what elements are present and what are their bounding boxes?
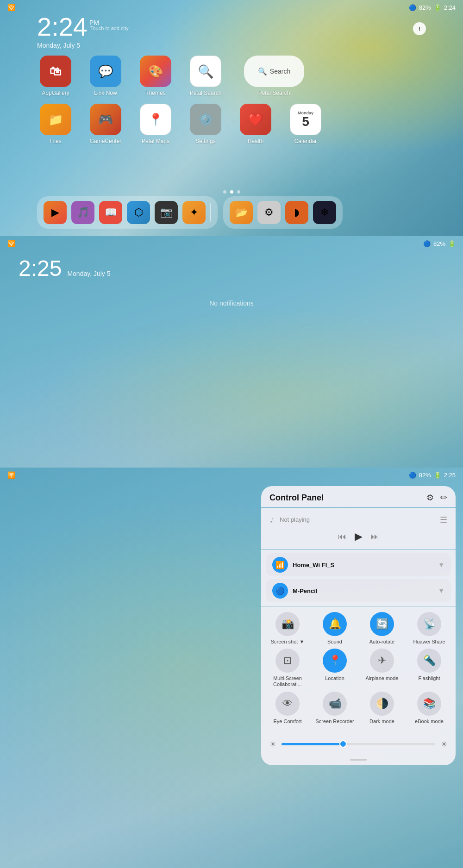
app-calendar[interactable]: Monday 5 Calendar	[287, 104, 324, 144]
app-themes[interactable]: 🎨 Themes	[137, 56, 174, 96]
files-icon: 📁	[40, 104, 71, 135]
linknow-label: Link Now	[94, 90, 117, 96]
dock-app-music[interactable]: 🎵	[71, 201, 94, 224]
darkmode-label: Dark mode	[369, 718, 394, 724]
cp-bt-row[interactable]: 🔵 M-Pencil ▼	[266, 579, 451, 602]
media-list-icon[interactable]: ☰	[440, 515, 447, 525]
wifi-conn-text: Home_Wi FI_S	[293, 562, 433, 568]
toggle-eyecomfort[interactable]: 👁 Eye Comfort	[268, 692, 307, 724]
notification-icon[interactable]: !	[413, 22, 426, 35]
app-appgallery[interactable]: 🛍 AppGallery	[37, 56, 74, 96]
cp-header: Control Panel ⚙ ✏	[261, 486, 456, 507]
cp-wifi-row[interactable]: 📶 Home_Wi FI_S ▼	[266, 553, 451, 576]
toggle-ebookmode[interactable]: 📚 eBook mode	[409, 692, 449, 724]
media-play-btn[interactable]: ▶	[355, 531, 363, 543]
notif-battery: 82%	[433, 240, 445, 247]
home-screen: 🛜 🔵 82% 🔋 2:24 2:24 PM Touch to add city…	[0, 0, 463, 236]
app-linknow[interactable]: 💬 Link Now	[87, 56, 124, 96]
toggle-flashlight[interactable]: 🔦 Flashlight	[409, 649, 449, 687]
toggle-darkmode[interactable]: 🌗 Dark mode	[362, 692, 402, 724]
calendar-label: Calendar	[294, 138, 317, 144]
app-petalmaps[interactable]: 📍 Petal Maps	[137, 104, 174, 144]
battery-icon: 🔋	[434, 4, 441, 11]
settings-icon: ⚙️	[190, 104, 221, 135]
wifi-name: Home_Wi FI_S	[293, 562, 433, 568]
dock: ▶ 🎵 📖 ⬡ 📷 ✦ 📂 ⚙ ◗ ❄	[37, 196, 426, 229]
page-dots	[0, 190, 463, 194]
dock-app-freeze[interactable]: ❄	[313, 201, 336, 224]
toggle-sound[interactable]: 🔔 Sound	[315, 612, 355, 645]
search-widget[interactable]: 🔍 Search Petal Search	[237, 56, 311, 96]
search-bar[interactable]: 🔍 Search	[244, 56, 304, 87]
app-gamecenter[interactable]: 🎮 GameCenter	[87, 104, 124, 144]
dot-1[interactable]	[223, 190, 226, 194]
cp-media-player: ♪ Not playing ☰ ⏮ ▶ ⏭	[261, 508, 456, 549]
toggle-huaweishare[interactable]: 📡 Huawei Share	[409, 612, 449, 645]
linknow-icon: 💬	[90, 56, 121, 87]
dock-app-camera[interactable]: 📷	[155, 201, 178, 224]
bt-conn-text: M-Pencil	[293, 587, 433, 594]
cp-toggles: 📸 Screen shot ▼ 🔔 Sound 🔄 Auto-rotate 📡 …	[261, 606, 456, 734]
dot-2[interactable]	[230, 190, 233, 194]
airplane-icon: ✈	[370, 649, 394, 673]
toggle-airplane[interactable]: ✈ Airplane mode	[362, 649, 402, 687]
dock-app-pinwheel[interactable]: ✦	[182, 201, 206, 224]
brightness-thumb[interactable]	[339, 740, 347, 748]
cp-pull-indicator[interactable]	[261, 754, 456, 765]
dock-app-reader[interactable]: 📖	[99, 201, 122, 224]
dock-app-files2[interactable]: 📂	[230, 201, 253, 224]
bt-expand-icon[interactable]: ▼	[438, 587, 444, 594]
cp-brightness: ☀ ☀	[261, 734, 456, 754]
gamecenter-label: GameCenter	[90, 138, 122, 144]
notif-clock: 2:25	[19, 256, 62, 281]
dock-app-settings2[interactable]: ⚙	[257, 201, 281, 224]
toggle-screenshot[interactable]: 📸 Screen shot ▼	[268, 612, 307, 645]
dot-3[interactable]	[237, 190, 240, 194]
multiscreen-label: Multi-Screen Collaborati...	[268, 675, 307, 687]
notif-clock-row: 2:25 Monday, July 5	[0, 251, 463, 286]
wifi-expand-icon[interactable]: ▼	[438, 561, 444, 568]
toggle-location[interactable]: 📍 Location	[315, 649, 355, 687]
notif-date: Monday, July 5	[67, 270, 110, 277]
darkmode-icon: 🌗	[370, 692, 394, 716]
ebookmode-icon: 📚	[417, 692, 441, 716]
media-next-btn[interactable]: ⏭	[371, 532, 379, 542]
toggle-row-3: 👁 Eye Comfort 📹 Screen Recorder 🌗 Dark m…	[266, 692, 451, 724]
sound-icon: 🔔	[323, 612, 347, 636]
dock-app-swift[interactable]: ◗	[285, 201, 308, 224]
screenshot-icon: 📸	[275, 612, 300, 636]
app-row-1: 🛍 AppGallery 💬 Link Now 🎨 Themes 🔍 Petal…	[37, 56, 426, 96]
dock-app-browser[interactable]: ⬡	[127, 201, 150, 224]
health-label: Health	[248, 138, 264, 144]
battery-pct: 82%	[419, 4, 431, 11]
control-wifi-icon: 🛜	[7, 471, 15, 479]
location-icon: 📍	[323, 649, 347, 673]
cp-edit-icon[interactable]: ✏	[440, 493, 447, 503]
huaweishare-label: Huawei Share	[413, 639, 445, 645]
toggle-autorotate[interactable]: 🔄 Auto-rotate	[362, 612, 402, 645]
ebookmode-label: eBook mode	[415, 718, 444, 724]
app-files[interactable]: 📁 Files	[37, 104, 74, 144]
app-health[interactable]: ❤️ Health	[237, 104, 274, 144]
dock-group-2: 📂 ⚙ ◗ ❄	[223, 196, 343, 229]
huaweishare-icon: 📡	[417, 612, 441, 636]
petalsearch-label: Petal Search	[190, 90, 222, 96]
app-row-2: 📁 Files 🎮 GameCenter 📍 Petal Maps ⚙️ Set…	[37, 104, 426, 144]
touch-city: Touch to add city	[90, 26, 129, 31]
dock-app-play[interactable]: ▶	[44, 201, 67, 224]
app-petalsearch[interactable]: 🔍 Petal Search	[187, 56, 224, 96]
clock-hour: 2:24	[37, 14, 88, 40]
brightness-low-icon: ☀	[269, 740, 276, 749]
sound-label: Sound	[327, 639, 342, 645]
toggle-screenrecorder[interactable]: 📹 Screen Recorder	[315, 692, 355, 724]
cp-connectivity: 📶 Home_Wi FI_S ▼ 🔵 M-Pencil ▼	[261, 550, 456, 606]
toggle-multiscreen[interactable]: ⊡ Multi-Screen Collaborati...	[268, 649, 307, 687]
media-prev-btn[interactable]: ⏮	[338, 532, 346, 542]
themes-icon: 🎨	[140, 56, 171, 87]
cp-settings-icon[interactable]: ⚙	[426, 493, 434, 503]
brightness-track[interactable]	[282, 743, 435, 745]
media-not-playing: Not playing	[280, 516, 310, 523]
app-settings[interactable]: ⚙️ Settings	[187, 104, 224, 144]
themes-label: Themes	[145, 90, 165, 96]
notif-wallpaper-deco	[0, 292, 463, 468]
